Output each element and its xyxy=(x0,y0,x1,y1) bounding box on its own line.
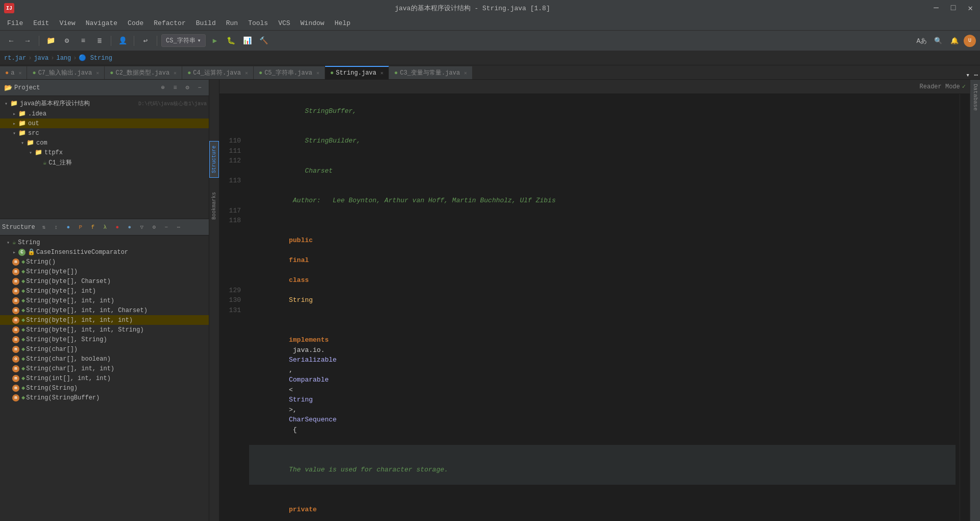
structure-settings[interactable]: ⚙ xyxy=(149,222,160,233)
tree-root[interactable]: ▾ 📁 java的基本程序设计结构 D:\代码\java核心卷1\java xyxy=(0,98,209,109)
tab-c7-close[interactable]: ✕ xyxy=(96,70,99,76)
struct-item-string-byte-int-int-charset[interactable]: m ◆ String(byte[], int, int, Charset) xyxy=(0,305,209,315)
menu-help[interactable]: Help xyxy=(329,17,355,29)
tab-c2[interactable]: ● C2_数据类型.java ✕ xyxy=(105,66,182,79)
anonymous-button[interactable]: ● xyxy=(124,222,135,233)
build-button[interactable]: 🔨 xyxy=(257,34,271,48)
breadcrumb-lang[interactable]: lang xyxy=(56,55,71,62)
menu-edit[interactable]: Edit xyxy=(28,17,54,29)
menu-run[interactable]: Run xyxy=(221,17,243,29)
tab-overflow[interactable]: ▾ ⋯ xyxy=(964,71,980,79)
run-button[interactable]: ▶ xyxy=(208,34,222,48)
struct-item-string-char-bool[interactable]: o ◆ String(char[], boolean) xyxy=(0,354,209,364)
project-panel-settings[interactable]: ⚙ xyxy=(182,83,192,93)
structure-root[interactable]: ▾ ☕ String xyxy=(0,238,209,247)
tab-c3-close[interactable]: ✕ xyxy=(464,70,467,76)
struct-item-string-byte-int-int-string[interactable]: m ◆ String(byte[], int, int, String) xyxy=(0,325,209,335)
tab-string-close[interactable]: ✕ xyxy=(380,70,383,76)
menu-navigate[interactable]: Navigate xyxy=(81,17,122,29)
struct-item-string-byte-charset[interactable]: m ◆ String(byte[], Charset) xyxy=(0,276,209,286)
tree-src[interactable]: ▾ 📁 src xyxy=(0,128,209,138)
tab-a-close[interactable]: ✕ xyxy=(18,70,21,76)
struct-item-casecomparator[interactable]: ▸ C 🔒 CaseInsensitiveComparator xyxy=(0,247,209,257)
tree-idea[interactable]: ▸ 📁 .idea xyxy=(0,109,209,119)
project-panel-title: Project xyxy=(14,84,156,91)
code-editor[interactable]: StringBuffer, StringBuilder, Charset Aut… xyxy=(245,94,960,521)
tree-ttpfx[interactable]: ▾ 📁 ttpfx xyxy=(0,148,209,157)
align-right-button[interactable]: ≣ xyxy=(92,34,107,48)
tree-c1[interactable]: ☕ C1_注释 xyxy=(0,157,209,168)
tab-c4[interactable]: ● C4_运算符.java ✕ xyxy=(182,66,254,79)
struct-item-string-byte-string[interactable]: m ◆ String(byte[], String) xyxy=(0,335,209,344)
bookmarks-vertical-tab[interactable]: Bookmarks xyxy=(210,188,218,224)
breadcrumb-rtjar[interactable]: rt.jar xyxy=(4,55,26,62)
lambda-button[interactable]: λ xyxy=(100,222,111,233)
struct-item-string-byte-int-int[interactable]: m ◆ String(byte[], int, int) xyxy=(0,296,209,305)
user-button[interactable]: 👤 xyxy=(115,34,130,48)
struct-item-string-char-int-int[interactable]: m ◆ String(char[], int, int) xyxy=(0,364,209,373)
tab-c4-label: C4_运算符.java xyxy=(193,68,241,77)
tab-c5[interactable]: ● C5_字符串.java ✕ xyxy=(254,66,325,79)
close-button[interactable]: ✕ xyxy=(965,2,976,14)
project-panel-add[interactable]: ⊕ xyxy=(158,83,168,93)
structure-vertical-tab[interactable]: Structure xyxy=(209,141,219,178)
struct-item-string-byte-int-int-int[interactable]: m ◆ String(byte[], int, int, int) xyxy=(0,315,209,325)
tab-c7[interactable]: ● C7_输入输出.java ✕ xyxy=(27,66,105,79)
debug-button[interactable]: 🐛 xyxy=(224,34,238,48)
database-tab[interactable]: Database xyxy=(971,80,980,115)
struct-item-string-empty[interactable]: m ◆ String() xyxy=(0,257,209,267)
tab-string[interactable]: ● String.java ✕ xyxy=(325,66,389,79)
fields-button[interactable]: f xyxy=(87,222,99,233)
struct-item-string-int-int-int[interactable]: m ◆ String(int[], int, int) xyxy=(0,373,209,383)
avatar-button[interactable]: U xyxy=(964,35,976,47)
menu-file[interactable]: File xyxy=(2,17,28,29)
code-line: Charset xyxy=(249,156,955,186)
undo-button[interactable]: ↩ xyxy=(138,34,153,48)
menu-code[interactable]: Code xyxy=(122,17,149,29)
menu-vcs[interactable]: VCS xyxy=(273,17,295,29)
tree-out[interactable]: ▸ 📁 out xyxy=(0,119,209,128)
struct-item-string-byte[interactable]: m ◆ String(byte[]) xyxy=(0,267,209,276)
translate-button[interactable]: Aあ xyxy=(915,34,929,48)
struct-item-string-stringbuffer[interactable]: m ◆ String(StringBuffer) xyxy=(0,393,209,402)
inherited-button[interactable]: ● xyxy=(63,222,74,233)
struct-item-string-char[interactable]: m ◆ String(char[]) xyxy=(0,344,209,354)
editor-content: 110 111 112 113 117 118 129 xyxy=(219,94,970,521)
show-members-button[interactable]: ● xyxy=(112,222,123,233)
badge-c: C xyxy=(18,249,26,256)
tree-com[interactable]: ▾ 📁 com xyxy=(0,138,209,148)
back-button[interactable]: ← xyxy=(4,34,18,48)
minimize-button[interactable]: ─ xyxy=(930,3,942,14)
tab-c2-close[interactable]: ✕ xyxy=(174,70,177,76)
menu-build[interactable]: Build xyxy=(191,17,221,29)
tab-a[interactable]: ● a ✕ xyxy=(0,66,27,79)
maximize-button[interactable]: □ xyxy=(948,3,959,14)
menu-refactor[interactable]: Refactor xyxy=(149,17,190,29)
tab-c3[interactable]: ● C3_变量与常量.java ✕ xyxy=(389,66,473,79)
notification-button[interactable]: 🔔 xyxy=(947,34,962,48)
settings-button[interactable]: ⚙ xyxy=(60,34,74,48)
project-panel-collapse-all[interactable]: ≡ xyxy=(170,83,180,93)
forward-button[interactable]: → xyxy=(20,34,35,48)
tab-c4-close[interactable]: ✕ xyxy=(245,70,248,76)
menu-view[interactable]: View xyxy=(54,17,80,29)
align-left-button[interactable]: ≡ xyxy=(76,34,90,48)
filter-button[interactable]: ▽ xyxy=(136,222,148,233)
struct-item-string-string[interactable]: m ◆ String(String) xyxy=(0,383,209,393)
run-config-dropdown[interactable]: CS_字符串 ▾ xyxy=(161,34,206,47)
profile-button[interactable]: 📊 xyxy=(240,34,255,48)
more-options[interactable]: ⋯ xyxy=(173,222,184,233)
project-view-button[interactable]: 📁 xyxy=(43,34,58,48)
structure-hide[interactable]: − xyxy=(161,222,172,233)
visibility-button[interactable]: P xyxy=(75,222,86,233)
breadcrumb-java[interactable]: java xyxy=(34,55,48,62)
struct-item-string-byte-int[interactable]: m ◆ String(byte[], int) xyxy=(0,286,209,296)
menu-window[interactable]: Window xyxy=(296,17,330,29)
menu-tools[interactable]: Tools xyxy=(243,17,273,29)
sort-order-button[interactable]: ↕ xyxy=(51,222,62,233)
sort-alpha-button[interactable]: ⇅ xyxy=(38,222,50,233)
search-everywhere-button[interactable]: 🔍 xyxy=(931,34,945,48)
tab-c5-close[interactable]: ✕ xyxy=(316,70,320,76)
project-panel-hide[interactable]: − xyxy=(194,83,205,93)
breadcrumb-string[interactable]: 🔵 String xyxy=(79,54,112,62)
